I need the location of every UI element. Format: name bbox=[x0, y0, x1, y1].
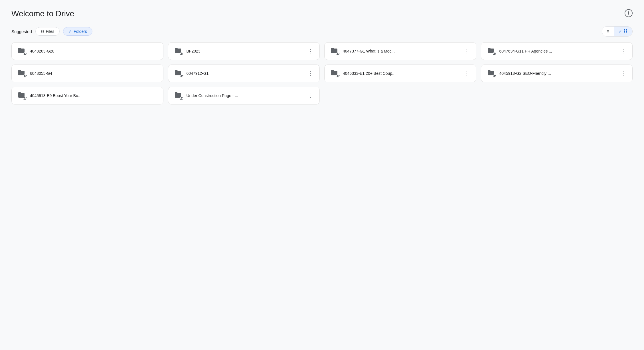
grid-view-icon bbox=[623, 29, 628, 34]
svg-point-21 bbox=[26, 97, 27, 98]
svg-point-18 bbox=[493, 75, 495, 76]
folder-item[interactable]: Under Construction Page - ... ⋮ bbox=[168, 87, 320, 104]
folder-icon-wrap bbox=[16, 46, 27, 56]
folder-more-button[interactable]: ⋮ bbox=[462, 47, 471, 56]
folder-item[interactable]: 4048203-G20 ⋮ bbox=[11, 42, 163, 60]
folder-icon-wrap bbox=[173, 68, 183, 79]
folder-item[interactable]: BF2023 ⋮ bbox=[168, 42, 320, 60]
view-controls: ≡ ✓ bbox=[602, 26, 633, 37]
folder-name: 4048203-G20 bbox=[30, 49, 54, 53]
folder-icon-wrap bbox=[486, 46, 496, 56]
folders-filter-label: Folders bbox=[74, 29, 87, 34]
svg-point-12 bbox=[24, 75, 25, 76]
grid-view-button[interactable]: ✓ bbox=[614, 27, 632, 36]
folder-more-button[interactable]: ⋮ bbox=[619, 69, 628, 78]
svg-point-23 bbox=[182, 97, 183, 98]
folder-item-left: Under Construction Page - ... bbox=[173, 90, 238, 101]
svg-point-7 bbox=[182, 53, 183, 54]
shared-folder-icon bbox=[180, 74, 184, 79]
folder-name: BF2023 bbox=[187, 49, 201, 53]
shared-folder-icon bbox=[493, 74, 497, 79]
folder-more-button[interactable]: ⋮ bbox=[462, 69, 471, 78]
svg-point-9 bbox=[339, 53, 339, 54]
folder-item-left: 4048203-G20 bbox=[16, 46, 54, 56]
shared-folder-icon bbox=[336, 52, 340, 56]
folder-icon-wrap bbox=[16, 68, 27, 79]
folder-name: 4047377-G1 What is a Moc... bbox=[343, 49, 395, 53]
folders-filter-button[interactable]: ✓ Folders bbox=[63, 27, 92, 36]
folder-more-button[interactable]: ⋮ bbox=[306, 91, 315, 100]
folder-item[interactable]: 4045913-E9 Boost Your Bu... ⋮ bbox=[11, 87, 163, 104]
folder-icon-wrap bbox=[173, 46, 183, 56]
files-filter-label: Files bbox=[46, 29, 54, 34]
folder-icon-wrap bbox=[329, 46, 339, 56]
folder-more-button[interactable]: ⋮ bbox=[306, 47, 315, 56]
shared-folder-icon bbox=[23, 52, 27, 56]
folder-more-button[interactable]: ⋮ bbox=[149, 47, 159, 56]
folder-item[interactable]: 4047377-G1 What is a Moc... ⋮ bbox=[324, 42, 476, 60]
files-filter-icon: ☷ bbox=[41, 29, 44, 34]
svg-point-4 bbox=[24, 53, 25, 54]
folder-name: 4045913-E9 Boost Your Bu... bbox=[30, 93, 82, 98]
folder-name: 6047912-G1 bbox=[187, 71, 209, 76]
svg-point-19 bbox=[495, 75, 496, 76]
folder-name: Under Construction Page - ... bbox=[187, 93, 238, 98]
folder-item-left: 4046333-E1 20+ Best Coup... bbox=[329, 68, 396, 79]
shared-folder-icon bbox=[23, 96, 27, 101]
folder-more-button[interactable]: ⋮ bbox=[149, 91, 159, 100]
svg-point-14 bbox=[181, 75, 182, 76]
folder-item[interactable]: 6047912-G1 ⋮ bbox=[168, 65, 320, 82]
svg-rect-3 bbox=[626, 31, 627, 33]
list-view-button[interactable]: ≡ bbox=[602, 27, 614, 36]
list-view-icon: ≡ bbox=[607, 29, 609, 34]
files-filter-button[interactable]: ☷ Files bbox=[35, 27, 60, 36]
svg-point-22 bbox=[181, 97, 182, 98]
folder-name: 6047634-G11 PR Agencies ... bbox=[499, 49, 552, 53]
suggested-label: Suggested bbox=[11, 29, 32, 34]
svg-rect-1 bbox=[626, 29, 627, 31]
folder-name: 4046333-E1 20+ Best Coup... bbox=[343, 71, 396, 76]
folder-item-left: BF2023 bbox=[173, 46, 201, 56]
folder-item-left: 6047912-G1 bbox=[173, 68, 209, 79]
shared-folder-icon bbox=[180, 52, 184, 56]
svg-point-10 bbox=[493, 53, 495, 54]
folder-item-left: 4047377-G1 What is a Moc... bbox=[329, 46, 395, 56]
svg-rect-0 bbox=[624, 29, 625, 31]
folder-icon-wrap bbox=[329, 68, 339, 79]
folder-icon-wrap bbox=[173, 90, 183, 101]
grid-view-check-icon: ✓ bbox=[619, 29, 622, 34]
folder-item[interactable]: 4045913-G2 SEO-Friendly ... ⋮ bbox=[481, 65, 633, 82]
shared-folder-icon bbox=[180, 96, 184, 101]
svg-point-13 bbox=[26, 75, 27, 76]
svg-point-6 bbox=[181, 53, 182, 54]
folder-more-button[interactable]: ⋮ bbox=[149, 69, 159, 78]
folder-item[interactable]: 6047634-G11 PR Agencies ... ⋮ bbox=[481, 42, 633, 60]
svg-point-17 bbox=[339, 75, 339, 76]
folder-name: 6048055-G4 bbox=[30, 71, 52, 76]
folder-item-left: 6047634-G11 PR Agencies ... bbox=[486, 46, 552, 56]
shared-folder-icon bbox=[493, 52, 497, 56]
folder-item-left: 4045913-E9 Boost Your Bu... bbox=[16, 90, 82, 101]
svg-point-15 bbox=[182, 75, 183, 76]
svg-point-5 bbox=[26, 53, 27, 54]
shared-folder-icon bbox=[23, 74, 27, 79]
page-title: Welcome to Drive bbox=[11, 9, 74, 18]
svg-point-16 bbox=[337, 75, 338, 76]
shared-folder-icon bbox=[336, 74, 340, 79]
folder-item[interactable]: 6048055-G4 ⋮ bbox=[11, 65, 163, 82]
folder-name: 4045913-G2 SEO-Friendly ... bbox=[499, 71, 551, 76]
folder-more-button[interactable]: ⋮ bbox=[619, 47, 628, 56]
svg-rect-2 bbox=[624, 31, 625, 33]
folder-item-left: 6048055-G4 bbox=[16, 68, 52, 79]
folder-item-left: 4045913-G2 SEO-Friendly ... bbox=[486, 68, 551, 79]
folders-grid: 4048203-G20 ⋮ bbox=[11, 42, 633, 104]
folder-icon-wrap bbox=[16, 90, 27, 101]
folders-check-icon: ✓ bbox=[68, 29, 72, 34]
svg-point-20 bbox=[24, 97, 25, 98]
svg-point-11 bbox=[495, 53, 496, 54]
folder-item[interactable]: 4046333-E1 20+ Best Coup... ⋮ bbox=[324, 65, 476, 82]
svg-point-8 bbox=[337, 53, 338, 54]
folder-more-button[interactable]: ⋮ bbox=[306, 69, 315, 78]
folder-icon-wrap bbox=[486, 68, 496, 79]
info-icon[interactable]: i bbox=[625, 9, 633, 17]
